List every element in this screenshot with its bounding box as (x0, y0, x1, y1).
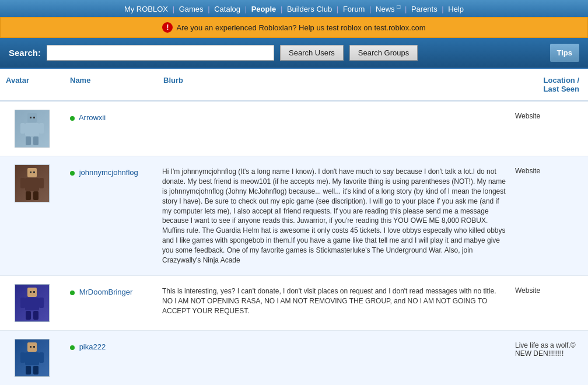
svg-rect-21 (39, 298, 44, 308)
location-cell: Website (512, 106, 588, 126)
top-navigation: My ROBLOX | Games | Catalog | People | B… (0, 0, 588, 17)
svg-rect-14 (26, 191, 31, 200)
nav-sep-2: | (208, 5, 209, 13)
svg-rect-22 (26, 311, 31, 320)
warning-bar: ! Are you an experienced Robloxian? Help… (0, 17, 588, 38)
avatar (15, 110, 50, 148)
user-name-link[interactable]: MrDoomBringer (79, 288, 133, 296)
avatar (15, 284, 50, 322)
nav-parents[interactable]: Parents (411, 5, 438, 13)
name-cell: Arrowxii (64, 106, 158, 127)
svg-rect-9 (30, 172, 32, 173)
table-row: johnnymcjohnflog Hi I'm johnnymcjohnflog… (0, 156, 588, 276)
location-cell: Website (512, 161, 588, 181)
col-blurb: Blurb (158, 74, 512, 96)
name-cell: MrDoomBringer (64, 281, 158, 301)
nav-sep-1: | (173, 5, 174, 13)
search-users-button[interactable]: Search Users (280, 45, 344, 61)
avatar-cell (0, 161, 64, 206)
online-indicator (70, 345, 75, 350)
main-content: Avatar Name Blurb Location / Last Seen (0, 68, 588, 385)
svg-rect-20 (20, 298, 25, 308)
nav-news[interactable]: News (376, 5, 395, 13)
user-name-link[interactable]: pika222 (79, 342, 106, 351)
nav-games[interactable]: Games (179, 5, 204, 13)
nav-help[interactable]: Help (448, 5, 464, 13)
nav-sep-3: | (245, 5, 247, 13)
warning-text: Are you an experienced Robloxian? Help u… (176, 23, 425, 32)
col-avatar: Avatar (0, 74, 64, 96)
avatar-cell (0, 335, 64, 380)
blurb-cell: Hi I'm johnnymcjohnflog (It's a long nam… (158, 161, 512, 271)
avatar-svg (18, 341, 47, 376)
svg-rect-26 (33, 346, 35, 348)
svg-rect-13 (39, 178, 44, 188)
svg-rect-3 (25, 123, 39, 136)
search-bar: Search: Search Users Search Groups Tips (0, 38, 588, 68)
search-label: Search: (9, 48, 41, 58)
tips-label: Tips (550, 44, 580, 62)
rss-icon: □ (397, 4, 400, 10)
svg-rect-28 (20, 352, 25, 363)
svg-rect-30 (26, 366, 31, 374)
svg-rect-0 (27, 113, 37, 123)
blurb-cell (158, 335, 512, 347)
svg-rect-27 (25, 352, 39, 365)
search-groups-button[interactable]: Search Groups (349, 45, 418, 61)
table-header: Avatar Name Blurb Location / Last Seen (0, 69, 588, 102)
svg-rect-19 (25, 298, 39, 310)
col-name: Name (64, 74, 158, 96)
svg-rect-1 (30, 117, 32, 118)
avatar-svg (18, 111, 47, 146)
svg-rect-2 (33, 117, 35, 118)
avatar-svg (18, 166, 47, 201)
avatar-cell (0, 281, 64, 326)
table-row: Arrowxii Website (0, 102, 588, 156)
svg-rect-16 (27, 288, 37, 297)
table-row: MrDoomBringer This is interesting, yes? … (0, 276, 588, 331)
user-name-link[interactable]: johnnymcjohnflog (79, 168, 138, 177)
nav-catalog[interactable]: Catalog (214, 5, 240, 13)
user-list: Arrowxii Website (0, 102, 588, 385)
nav-sep-4: | (281, 5, 282, 13)
svg-rect-23 (33, 311, 38, 320)
location-cell: Website (512, 281, 588, 300)
user-name-link[interactable]: Arrowxii (79, 113, 106, 122)
avatar-svg (18, 286, 47, 321)
nav-sep-6: | (369, 5, 371, 13)
svg-rect-29 (39, 352, 44, 363)
nav-sep-8: | (442, 5, 443, 13)
nav-sep-5: | (337, 5, 338, 13)
avatar-cell (0, 106, 64, 151)
warning-icon: ! (162, 22, 173, 33)
name-cell: pika222 (64, 335, 158, 356)
online-indicator (70, 290, 75, 295)
blurb-cell: This is interesting, yes? I can't donate… (158, 281, 512, 321)
svg-rect-12 (20, 178, 25, 188)
nav-builders-club[interactable]: Builders Club (287, 5, 332, 13)
svg-rect-15 (33, 191, 38, 200)
svg-rect-24 (27, 342, 37, 352)
svg-rect-10 (33, 172, 35, 173)
location-cell: Live life as a wolf.© NEW DEN!!!!!!!! (512, 335, 588, 363)
svg-rect-4 (20, 123, 25, 134)
svg-rect-8 (27, 168, 37, 177)
svg-rect-17 (30, 291, 32, 293)
online-indicator (70, 171, 75, 176)
nav-people[interactable]: People (251, 5, 276, 13)
online-indicator (70, 116, 75, 121)
search-input[interactable] (47, 45, 274, 61)
nav-forum[interactable]: Forum (343, 5, 365, 13)
svg-rect-31 (33, 366, 38, 374)
avatar (15, 164, 50, 202)
svg-rect-25 (30, 346, 32, 348)
blurb-cell (158, 106, 512, 118)
svg-rect-5 (39, 123, 44, 134)
svg-rect-18 (33, 291, 35, 293)
avatar (15, 339, 50, 377)
nav-my-roblox[interactable]: My ROBLOX (124, 5, 168, 13)
col-location: Location / Last Seen (512, 74, 588, 96)
svg-rect-11 (25, 178, 39, 191)
svg-rect-6 (26, 136, 31, 145)
nav-sep-7: | (405, 5, 407, 13)
